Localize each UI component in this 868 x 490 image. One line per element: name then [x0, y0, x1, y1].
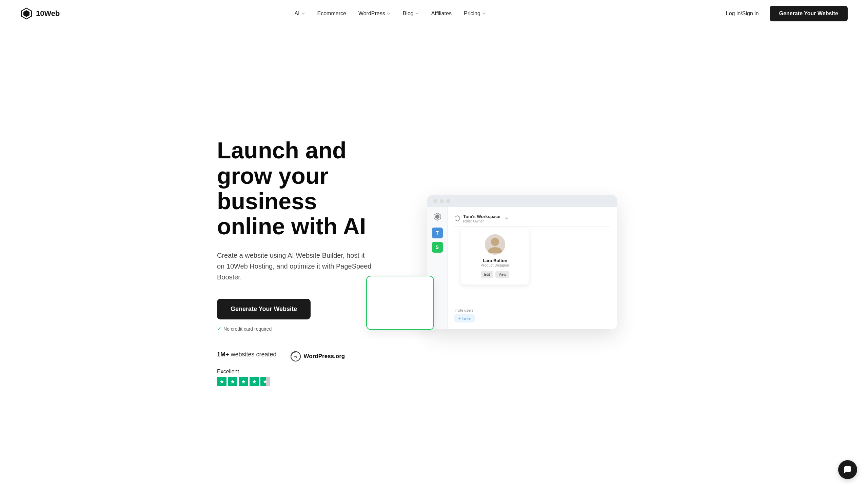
hero-left: Launch and grow your business online wit…: [217, 138, 393, 386]
profile-card: Lara Bolton Product Designer Edit View: [461, 228, 529, 285]
websites-count: 1M+ websites created: [217, 351, 277, 358]
star-5-half: ★: [260, 377, 270, 386]
websites-stat: 1M+ websites created: [217, 351, 277, 358]
no-credit-notice: ✓ No credit card required: [217, 326, 373, 332]
nav-item-wordpress[interactable]: WordPress: [354, 8, 395, 19]
trustpilot-area: Excellent ★ ★ ★ ★ ★: [217, 369, 373, 386]
chat-icon: [844, 466, 852, 474]
header-cta-button[interactable]: Generate Your Website: [770, 6, 848, 21]
svg-point-4: [491, 238, 499, 246]
workspace-name: Tom's Workspace: [463, 214, 500, 219]
hero-subtext: Create a website using AI Website Builde…: [217, 250, 373, 282]
main-nav: AI Ecommerce WordPress Blog Affiliates P…: [290, 8, 490, 19]
stats-row: 1M+ websites created W WordPress.org: [217, 351, 373, 362]
wordpress-badge: W WordPress.org: [290, 351, 345, 362]
chevron-down-icon: [301, 12, 305, 16]
login-button[interactable]: Log in/Sign in: [721, 8, 764, 19]
star-3: ★: [239, 377, 248, 386]
wordpress-icon: W: [290, 351, 301, 362]
hero-right: T S Tom's Workspace Role: Owner: [393, 174, 651, 350]
header-right: Log in/Sign in Generate Your Website: [721, 6, 848, 21]
sidebar-item-t: T: [432, 228, 443, 238]
profile-actions: Edit View: [468, 271, 522, 278]
nav-item-ecommerce[interactable]: Ecommerce: [313, 8, 351, 19]
chevron-down-icon: [415, 12, 419, 16]
header: 10Web AI Ecommerce WordPress Blog Affili…: [0, 0, 868, 27]
profile-edit-btn[interactable]: Edit: [481, 271, 493, 278]
nav-item-blog[interactable]: Blog: [398, 8, 424, 19]
chevron-down-icon: [482, 12, 486, 16]
workspace-chevron-icon: [505, 216, 509, 220]
dot-yellow: [440, 199, 444, 203]
hero-section: Launch and grow your business online wit…: [197, 27, 671, 490]
workspace-role: Role: Owner: [463, 219, 500, 223]
nav-item-pricing[interactable]: Pricing: [459, 8, 491, 19]
workspace-header: Tom's Workspace Role: Owner: [454, 214, 610, 227]
trustpilot-label: Excellent: [217, 369, 373, 375]
chevron-down-icon: [387, 12, 391, 16]
sidebar-item-s: S: [432, 242, 443, 253]
checkmark-icon: ✓: [217, 326, 221, 332]
logo-text: 10Web: [36, 9, 60, 18]
app-main: Tom's Workspace Role: Owner: [448, 207, 617, 329]
floating-ui-card: [366, 276, 434, 330]
browser-bar: [427, 195, 617, 207]
logo[interactable]: 10Web: [20, 7, 60, 20]
browser-content: T S Tom's Workspace Role: Owner: [427, 207, 617, 329]
star-1: ★: [217, 377, 226, 386]
workspace-icon: [454, 215, 460, 221]
invite-label: Invite users: [454, 308, 610, 312]
dot-green: [446, 199, 450, 203]
avatar-image: [485, 234, 505, 255]
profile-role: Product Designer: [468, 263, 522, 267]
browser-mockup: T S Tom's Workspace Role: Owner: [427, 195, 617, 329]
logo-icon: [20, 7, 33, 20]
hero-cta-button[interactable]: Generate Your Website: [217, 299, 311, 319]
sidebar-logo-icon: [433, 213, 441, 221]
hero-heading: Launch and grow your business online wit…: [217, 138, 373, 239]
chat-fab-button[interactable]: [838, 460, 857, 479]
invite-button[interactable]: + Invite: [454, 314, 475, 322]
nav-item-ai[interactable]: AI: [290, 8, 310, 19]
dot-red: [433, 199, 437, 203]
invite-section: Invite users + Invite: [454, 308, 610, 322]
nav-item-affiliates[interactable]: Affiliates: [427, 8, 456, 19]
profile-view-btn[interactable]: View: [495, 271, 510, 278]
profile-name: Lara Bolton: [468, 258, 522, 263]
star-2: ★: [228, 377, 237, 386]
avatar: [485, 234, 505, 255]
star-rating: ★ ★ ★ ★ ★: [217, 377, 373, 386]
svg-text:W: W: [294, 355, 297, 358]
star-4: ★: [250, 377, 259, 386]
